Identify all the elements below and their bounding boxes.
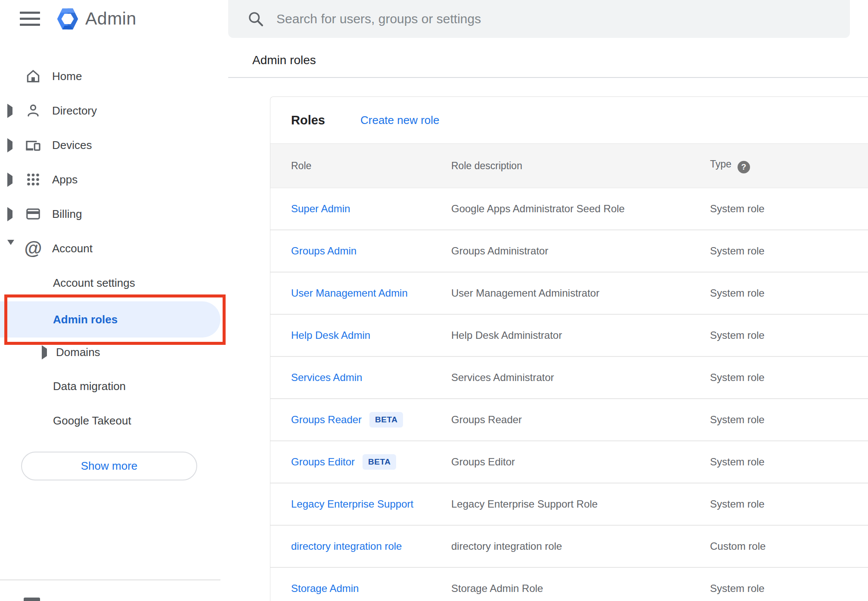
sidebar-item-label: Account xyxy=(52,242,93,255)
role-link[interactable]: Storage Admin xyxy=(291,582,359,595)
directory-icon xyxy=(24,102,42,120)
column-header-role: Role xyxy=(291,160,311,172)
sidebar-item-devices[interactable]: Devices xyxy=(0,131,228,159)
role-description: Google Apps Administrator Seed Role xyxy=(451,203,625,215)
sidebar: Admin Home Directory Devices xyxy=(0,0,228,601)
sidebar-item-data-migration[interactable]: Data migration xyxy=(0,372,228,400)
sidebar-item-label: Directory xyxy=(52,104,97,118)
role-link[interactable]: User Management Admin xyxy=(291,287,408,299)
role-cell: Groups EditorBETA xyxy=(291,454,396,470)
collapse-arrow-icon[interactable] xyxy=(7,245,14,252)
role-description: User Management Administrator xyxy=(451,287,599,299)
beta-badge: BETA xyxy=(363,454,396,470)
table-row: Legacy Enterprise Support Legacy Enterpr… xyxy=(270,483,868,526)
sidebar-item-label: Data migration xyxy=(53,380,126,393)
role-description: directory integration role xyxy=(451,540,562,552)
page-title: Admin roles xyxy=(252,53,316,67)
role-type: System role xyxy=(710,245,765,257)
role-description: Groups Editor xyxy=(451,456,515,468)
brand-row: Admin xyxy=(0,0,228,41)
role-type: System role xyxy=(710,203,765,215)
role-link[interactable]: Groups Reader xyxy=(291,414,362,425)
expand-arrow-icon[interactable] xyxy=(7,107,14,114)
role-description: Services Administrator xyxy=(451,372,554,384)
title-divider xyxy=(228,77,868,78)
column-header-type: Type? xyxy=(710,158,750,173)
menu-icon[interactable] xyxy=(20,12,40,26)
beta-badge: BETA xyxy=(369,412,403,428)
table-header-row: Role Role description Type? xyxy=(270,143,868,188)
table-row: Groups ReaderBETA Groups Reader System r… xyxy=(270,399,868,441)
role-type: System role xyxy=(710,582,765,595)
role-type: System role xyxy=(710,456,765,468)
sidebar-item-label: Billing xyxy=(52,208,82,221)
role-description: Groups Administrator xyxy=(451,245,548,257)
pinned-item-icon xyxy=(24,598,40,601)
sidebar-bottom-divider xyxy=(0,579,220,580)
sidebar-item-directory[interactable]: Directory xyxy=(0,97,228,124)
role-description: Storage Admin Role xyxy=(451,582,543,595)
apps-icon xyxy=(24,170,42,189)
help-icon[interactable]: ? xyxy=(738,161,750,173)
sidebar-item-apps[interactable]: Apps xyxy=(0,166,228,193)
sidebar-item-domains[interactable]: Domains xyxy=(0,338,228,366)
sidebar-item-label: Google Takeout xyxy=(53,414,131,428)
billing-icon xyxy=(24,205,42,223)
sidebar-item-google-takeout[interactable]: Google Takeout xyxy=(0,407,228,434)
search-bar[interactable] xyxy=(228,0,850,38)
role-link[interactable]: Services Admin xyxy=(291,372,362,384)
roles-card: Roles Create new role Role Role descript… xyxy=(270,96,868,601)
table-row: User Management Admin User Management Ad… xyxy=(270,273,868,315)
devices-icon xyxy=(24,136,42,154)
sidebar-item-label: Admin roles xyxy=(53,313,118,326)
account-icon: @ xyxy=(24,239,42,257)
role-description: Help Desk Administrator xyxy=(451,329,562,341)
table-row: directory integration role directory int… xyxy=(270,526,868,568)
search-input[interactable] xyxy=(276,0,836,38)
admin-logo-icon[interactable] xyxy=(55,6,80,31)
home-icon xyxy=(24,67,42,85)
app-title: Admin xyxy=(85,9,136,29)
sidebar-item-label: Devices xyxy=(52,139,92,152)
sidebar-item-billing[interactable]: Billing xyxy=(0,200,228,228)
expand-arrow-icon[interactable] xyxy=(7,176,14,183)
role-description: Legacy Enterprise Support Role xyxy=(451,498,598,510)
create-new-role-link[interactable]: Create new role xyxy=(360,114,440,127)
expand-arrow-icon[interactable] xyxy=(7,211,14,217)
table-row: Services Admin Services Administrator Sy… xyxy=(270,357,868,399)
role-cell: Groups ReaderBETA xyxy=(291,412,403,428)
role-description: Groups Reader xyxy=(451,414,522,426)
role-link[interactable]: Help Desk Admin xyxy=(291,329,370,341)
sidebar-item-label: Home xyxy=(52,70,82,83)
role-link[interactable]: Groups Editor xyxy=(291,456,355,468)
roles-table-body: Super Admin Google Apps Administrator Se… xyxy=(270,188,868,601)
card-header: Roles Create new role xyxy=(270,97,868,143)
table-row: Groups Admin Groups Administrator System… xyxy=(270,230,868,273)
expand-arrow-icon[interactable] xyxy=(42,349,49,356)
role-type: System role xyxy=(710,287,765,299)
sidebar-item-admin-roles[interactable]: Admin roles xyxy=(0,301,220,338)
table-row: Storage Admin Storage Admin Role System … xyxy=(270,568,868,601)
show-more-button[interactable]: Show more xyxy=(21,452,197,480)
expand-arrow-icon[interactable] xyxy=(7,142,14,149)
sidebar-item-home[interactable]: Home xyxy=(0,62,228,90)
role-link[interactable]: directory integration role xyxy=(291,540,402,552)
column-header-description: Role description xyxy=(451,160,522,172)
table-row: Super Admin Google Apps Administrator Se… xyxy=(270,188,868,230)
role-type: System role xyxy=(710,372,765,384)
role-type: System role xyxy=(710,329,765,341)
card-title: Roles xyxy=(291,113,325,127)
role-type: System role xyxy=(710,498,765,510)
sidebar-item-account[interactable]: @ Account xyxy=(0,235,228,262)
role-type: Custom role xyxy=(710,540,766,552)
sidebar-item-account-settings[interactable]: Account settings xyxy=(0,269,228,297)
role-type: System role xyxy=(710,414,765,426)
sidebar-item-label: Apps xyxy=(52,173,78,186)
search-icon xyxy=(247,10,264,28)
role-link[interactable]: Groups Admin xyxy=(291,245,356,257)
table-row: Groups EditorBETA Groups Editor System r… xyxy=(270,441,868,483)
sidebar-item-label: Domains xyxy=(56,346,100,359)
role-link[interactable]: Super Admin xyxy=(291,203,350,215)
role-link[interactable]: Legacy Enterprise Support xyxy=(291,498,413,510)
sidebar-item-label: Account settings xyxy=(53,276,135,290)
